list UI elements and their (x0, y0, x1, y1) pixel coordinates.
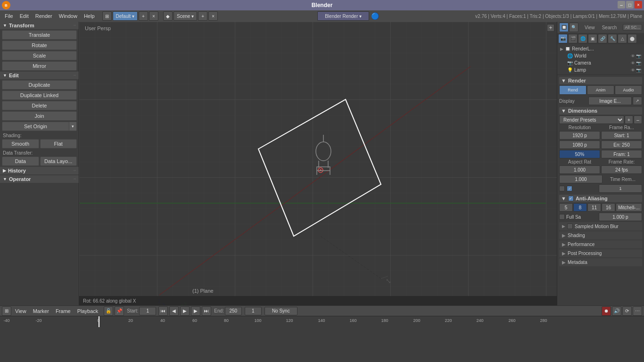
sampled-motion-blur[interactable]: ▶ Sampled Motion Błur (559, 222, 642, 230)
extra-btn1[interactable]: ⋯ (633, 306, 642, 316)
layout-add-icon[interactable]: + (139, 11, 148, 21)
timeline-cursor[interactable] (99, 316, 99, 327)
engine-select[interactable]: Blender Render ▾ (317, 11, 369, 21)
shading-collapsed[interactable]: ▶ Shading (559, 231, 642, 239)
audio-btn[interactable]: 🔊 (612, 306, 621, 316)
maximize-button[interactable]: □ (626, 1, 634, 8)
lamp-render-icon[interactable]: 📷 (636, 68, 641, 73)
rend-tab[interactable]: Rend (559, 85, 586, 95)
fps-select[interactable]: 24 fps (601, 165, 642, 174)
prop-tab-render[interactable]: 📷 (558, 34, 568, 43)
post-processing-collapsed[interactable]: ▶ Post Processing (559, 249, 642, 257)
end-label[interactable]: En: 250 (601, 140, 642, 149)
play-btn[interactable]: ▶ (180, 306, 190, 316)
res-percent[interactable]: 50% (559, 150, 600, 158)
res-y[interactable]: 1080 p (559, 140, 600, 149)
prop-tab-constraint[interactable]: 🔗 (598, 34, 607, 43)
prop-tab-world[interactable]: 🌐 (578, 34, 587, 43)
prop-tab-scene[interactable]: 🎬 (568, 34, 578, 43)
start-frame-input[interactable]: 1 (139, 307, 156, 315)
full-sa-checkbox[interactable] (559, 214, 565, 220)
scale-button[interactable]: Scale (2, 51, 77, 60)
aa-filter[interactable]: Mitchell-... (616, 203, 642, 212)
full-sa-val[interactable]: 1.000 p (599, 213, 642, 221)
aspect-y[interactable]: 1.000 (559, 175, 603, 183)
menu-file[interactable]: File (2, 12, 16, 20)
props-search-tab[interactable]: 🔍 (569, 23, 578, 32)
bottom-frame-menu[interactable]: Frame (53, 307, 74, 315)
viewport-type-btn[interactable]: ⊞ (2, 306, 11, 316)
delete-button[interactable]: Delete (2, 101, 77, 110)
checkbox2[interactable]: ✓ (567, 186, 572, 191)
world-vis-icon[interactable]: 👁 (631, 54, 635, 58)
prev-keyframe-btn[interactable]: ⏮ (158, 306, 168, 316)
layout-select[interactable]: Default ▾ (113, 11, 138, 21)
all-scenes-label[interactable]: All SC... (623, 24, 642, 31)
lamp-vis-icon[interactable]: 👁 (631, 68, 635, 73)
aa-checkbox[interactable]: ✓ (568, 196, 574, 201)
viewport[interactable]: User Persp + (79, 22, 557, 305)
prop-tab-material[interactable]: ⬤ (627, 34, 637, 43)
dimensions-header[interactable]: ▼ Dimensions (559, 107, 642, 115)
image-editor-value[interactable]: Image E... (588, 97, 632, 105)
scene-icon[interactable]: ◆ (163, 11, 173, 21)
menu-edit[interactable]: Edit (17, 12, 32, 20)
sampled-motion-blur-checkbox[interactable] (567, 223, 573, 229)
camera-vis-icon[interactable]: 👁 (631, 61, 635, 66)
aspect-x[interactable]: 1.000 (559, 165, 600, 174)
timeline[interactable]: -40 -20 0 20 40 60 80 100 120 140 160 18… (0, 316, 644, 327)
aa-btn-8[interactable]: 8 (573, 203, 587, 212)
aa-btn-5[interactable]: 5 (559, 203, 573, 212)
data-button[interactable]: Data (2, 156, 39, 166)
bottom-playback-menu[interactable]: Playback (74, 307, 101, 315)
flat-button[interactable]: Flat (40, 139, 77, 148)
layout-remove-icon[interactable]: × (149, 11, 158, 21)
set-origin-button[interactable]: Set Origin (2, 122, 69, 131)
scene-tree-render[interactable]: ▶ 🔲 RenderL... (559, 45, 642, 52)
aa-header[interactable]: ▼ ✓ Anti-Aliasing (559, 195, 642, 202)
history-header[interactable]: ▶ History ·· (0, 167, 79, 174)
aa-btn-11[interactable]: 11 (587, 203, 601, 212)
data-layout-button[interactable]: Data Layo... (40, 156, 77, 166)
duplicate-linked-button[interactable]: Duplicate Linked (2, 90, 77, 100)
res-x[interactable]: 1920 p (559, 131, 600, 140)
close-button[interactable]: × (635, 1, 642, 8)
transform-header[interactable]: ▼ Transform ·· (0, 22, 79, 29)
start-label[interactable]: Start: 1 (601, 131, 642, 140)
frame-label[interactable]: Fram: 1 (601, 150, 642, 158)
end-frame-input[interactable]: 250 (225, 307, 242, 315)
prop-tab-data[interactable]: △ (618, 34, 627, 43)
performance-collapsed[interactable]: ▶ Performance (559, 240, 642, 248)
set-origin-arrow-button[interactable]: ▾ (69, 122, 77, 131)
render-presets-add[interactable]: + (625, 115, 633, 124)
aa-btn-16[interactable]: 16 (602, 203, 615, 212)
scene-add-icon[interactable]: + (198, 11, 207, 21)
menu-render[interactable]: Render (33, 12, 55, 20)
display-extra-btn[interactable]: ↗ (633, 97, 642, 105)
scene-select[interactable]: Scene ▾ (173, 11, 197, 21)
anim-tab[interactable]: Anim (587, 85, 614, 95)
render-section-header[interactable]: ▼ Render (559, 77, 642, 84)
checkbox1[interactable] (559, 186, 565, 191)
world-render-icon[interactable]: 📷 (636, 54, 641, 58)
layout-grid-icon[interactable]: ⊞ (102, 11, 112, 21)
smooth-button[interactable]: Smooth (2, 139, 39, 148)
menu-window[interactable]: Window (56, 12, 80, 20)
render-presets-remove[interactable]: – (634, 115, 642, 124)
pin-icon[interactable]: 📌 (115, 306, 124, 316)
scene-remove-icon[interactable]: × (208, 11, 218, 21)
sync-select[interactable]: No Sync (264, 307, 297, 315)
duplicate-button[interactable]: Duplicate (2, 80, 77, 90)
operator-header[interactable]: ▼ Operator ·· (0, 175, 79, 183)
rotate-button[interactable]: Rotate (2, 41, 77, 50)
edit-header[interactable]: ▼ Edit ·· (0, 72, 79, 79)
minimize-button[interactable]: – (618, 1, 625, 8)
render-presets-select[interactable]: Render Presets (559, 115, 624, 124)
prop-tab-modifier[interactable]: 🔧 (608, 34, 617, 43)
scene-tree-lamp[interactable]: 💡 Lamp 👁 📷 (559, 66, 642, 74)
lock-icon[interactable]: 🔓 (104, 306, 113, 316)
mirror-button[interactable]: Mirror (2, 61, 77, 71)
next-keyframe-btn[interactable]: ⏭ (202, 306, 211, 316)
prop-tab-object[interactable]: ▣ (588, 34, 597, 43)
current-frame-input[interactable]: 1 (245, 307, 262, 315)
